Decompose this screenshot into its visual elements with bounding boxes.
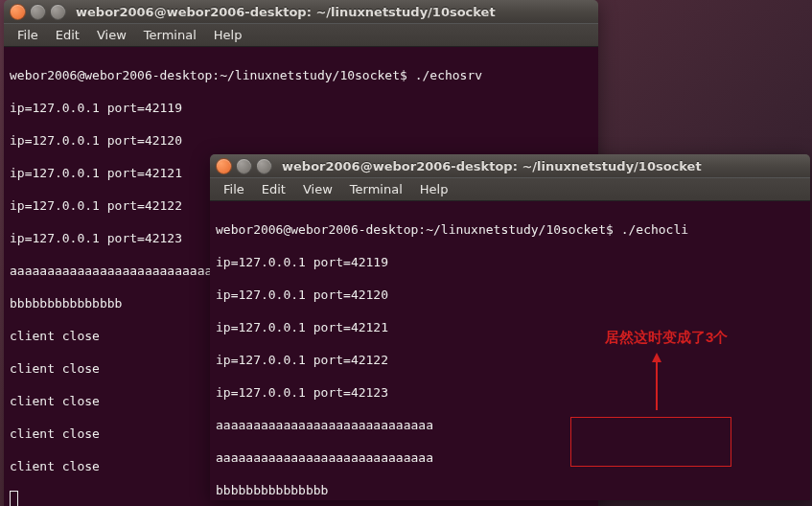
output-line: ip=127.0.0.1 port=42121 <box>216 319 804 335</box>
menu-view[interactable]: View <box>295 180 340 198</box>
menu-help[interactable]: Help <box>206 26 250 44</box>
output-line: aaaaaaaaaaaaaaaaaaaaaaaaaaaaa <box>216 417 804 433</box>
menu-file[interactable]: File <box>10 26 46 44</box>
titlebar[interactable]: webor2006@webor2006-desktop: ~/linuxnets… <box>210 154 810 177</box>
minimize-icon[interactable] <box>236 158 252 174</box>
maximize-icon[interactable] <box>256 158 272 174</box>
menu-edit[interactable]: Edit <box>254 180 293 198</box>
output-line: aaaaaaaaaaaaaaaaaaaaaaaaaaaaa <box>216 449 804 466</box>
window-title: webor2006@webor2006-desktop: ~/linuxnets… <box>76 5 496 19</box>
command-text: ./echocli <box>621 222 688 237</box>
output-line: ip=127.0.0.1 port=42119 <box>10 100 592 116</box>
menubar: File Edit View Terminal Help <box>4 23 598 47</box>
menu-terminal[interactable]: Terminal <box>342 180 410 198</box>
terminal-window-2: webor2006@webor2006-desktop: ~/linuxnets… <box>210 154 810 500</box>
terminal-body-2[interactable]: webor2006@webor2006-desktop:~/linuxnetst… <box>210 201 810 500</box>
close-icon[interactable] <box>216 158 232 174</box>
menu-help[interactable]: Help <box>412 180 456 198</box>
output-line: ip=127.0.0.1 port=42119 <box>216 254 804 270</box>
output-line: ip=127.0.0.1 port=42122 <box>216 352 804 368</box>
output-line: bbbbbbbbbbbbbbb <box>216 482 804 498</box>
prompt: webor2006@webor2006-desktop:~/linuxnetst… <box>10 68 407 82</box>
menu-view[interactable]: View <box>89 26 134 44</box>
window-title: webor2006@webor2006-desktop: ~/linuxnets… <box>282 159 702 173</box>
output-line: ip=127.0.0.1 port=42120 <box>216 287 804 303</box>
command-text: ./echosrv <box>415 68 482 82</box>
prompt: webor2006@webor2006-desktop:~/linuxnetst… <box>216 222 614 237</box>
output-line: ip=127.0.0.1 port=42120 <box>10 132 592 149</box>
output-line: ip=127.0.0.1 port=42123 <box>216 384 804 401</box>
titlebar[interactable]: webor2006@webor2006-desktop: ~/linuxnets… <box>4 0 598 23</box>
menu-file[interactable]: File <box>216 180 252 198</box>
menubar: File Edit View Terminal Help <box>210 177 810 201</box>
menu-edit[interactable]: Edit <box>48 26 87 44</box>
menu-terminal[interactable]: Terminal <box>136 26 204 44</box>
minimize-icon[interactable] <box>30 4 46 20</box>
close-icon[interactable] <box>10 4 26 20</box>
maximize-icon[interactable] <box>50 4 66 20</box>
